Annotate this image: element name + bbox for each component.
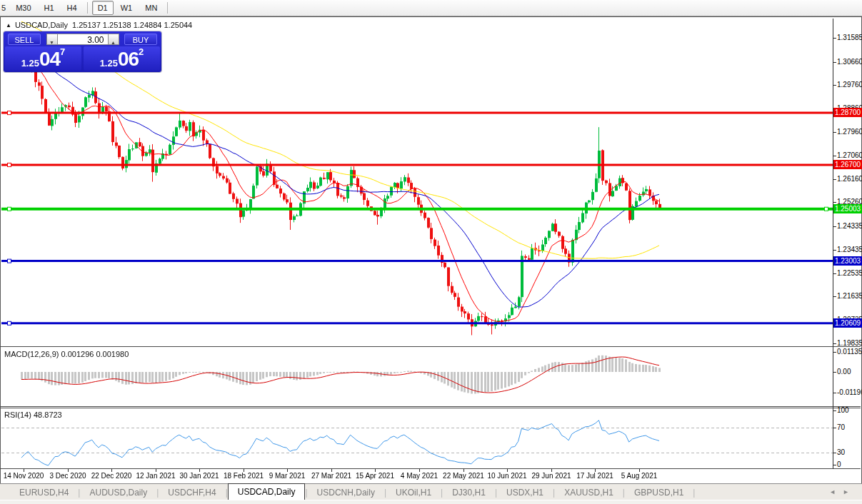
- time-tick-label: 3 Dec 2020: [43, 472, 93, 480]
- time-tick-label: 17 Jul 2021: [570, 472, 620, 480]
- time-tick-label: 27 Mar 2021: [306, 472, 356, 480]
- buy-price-prefix: 1.25: [100, 57, 118, 69]
- tab-ukoil-h1[interactable]: UKOil,H1: [386, 485, 441, 500]
- tab-usdchf-h4[interactable]: USDCHF,H4: [159, 485, 225, 500]
- chart-symbol-label: USDCAD,Daily: [15, 21, 68, 29]
- tab-scroll-left-icon[interactable]: ◄: [829, 488, 843, 495]
- price-tick-mark: [833, 132, 836, 133]
- macd-panel-separator[interactable]: [0, 346, 861, 347]
- macd-tick-label: -0.01190: [837, 388, 862, 396]
- price-tick-mark: [833, 85, 836, 86]
- tab-gbpusd-h1[interactable]: GBPUSD,H1: [625, 485, 693, 500]
- volume-increase-button[interactable]: ▲: [108, 34, 119, 45]
- one-click-trading-panel: SELL ▼ 3.00 ▲ BUY 1.25047 1.25062: [4, 31, 161, 72]
- price-tick-mark: [833, 250, 836, 251]
- rsi-tick-mark: [833, 453, 836, 453]
- time-tick-label: 9 Mar 2021: [262, 472, 312, 480]
- tab-dj30-h1[interactable]: DJ30,H1: [443, 485, 495, 500]
- price-axis-line[interactable]: [833, 19, 833, 469]
- rsi-indicator-label: RSI(14) 48.8723: [4, 410, 62, 419]
- price-tick-mark: [833, 226, 836, 227]
- time-tick-label: 30 Jan 2021: [174, 472, 224, 480]
- rsi-tick-mark: [833, 428, 836, 428]
- rsi-value: 48.8723: [34, 410, 62, 419]
- time-tick-label: 22 Dec 2020: [86, 472, 136, 480]
- tab-audusd-daily[interactable]: AUDUSD,Daily: [80, 485, 156, 500]
- time-tick-label: 5 Aug 2021: [614, 472, 664, 480]
- rsi-indicator-chart[interactable]: [1, 408, 833, 468]
- price-tick-mark: [833, 62, 836, 63]
- tab-usdx-h1[interactable]: USDX,H1: [497, 485, 553, 500]
- tab-bar-items: EURUSD,H4|AUDUSD,Daily|USDCHF,H4|USDCAD,…: [10, 484, 695, 500]
- hline-price-label: 1.26700: [833, 160, 862, 169]
- chart-title-bar: ▲USDCAD,Daily 1.25137 1.25138 1.24884 1.…: [6, 21, 192, 29]
- rsi-tick-label: 0: [837, 460, 841, 468]
- price-tick-label: 1.27060: [837, 151, 862, 159]
- tab-scroll-right-icon[interactable]: ►: [843, 488, 856, 495]
- volume-decrease-button[interactable]: ▼: [46, 34, 58, 45]
- time-tick-label: 18 Feb 2021: [219, 472, 269, 480]
- buy-price-pipette: 2: [139, 47, 144, 56]
- toolbar-separator: [87, 2, 88, 14]
- timeframe-button-w1[interactable]: W1: [115, 1, 139, 15]
- price-tick-mark: [833, 273, 836, 274]
- price-tick-label: 1.29760: [837, 81, 862, 89]
- timeframe-button-m30[interactable]: M30: [10, 1, 36, 15]
- rsi-tick-mark: [833, 465, 836, 465]
- price-tick-label: 1.23435: [837, 246, 862, 253]
- time-tick-label: 12 Jan 2021: [131, 472, 181, 480]
- macd-tick-label: 0.00: [837, 368, 851, 376]
- price-tick-label: 1.30660: [837, 58, 862, 66]
- sell-price-pipette: 7: [60, 47, 65, 56]
- price-tick-label: 1.31585: [837, 34, 862, 41]
- macd-indicator-label: MACD(12,26,9) 0.001296 0.001980: [4, 350, 129, 358]
- time-tick-label: 14 Nov 2020: [0, 472, 49, 480]
- time-tick-label: 22 May 2021: [438, 472, 488, 480]
- price-tick-mark: [833, 179, 836, 180]
- macd-tick-mark: [833, 352, 836, 353]
- price-tick-label: 1.27960: [837, 128, 862, 136]
- toolbar-separator: [167, 2, 168, 14]
- macd-values: 0.001296 0.001980: [61, 350, 129, 358]
- hline-price-label: 1.28700: [833, 108, 862, 117]
- rsi-panel-separator-top[interactable]: [0, 406, 861, 407]
- sell-button[interactable]: SELL: [8, 34, 41, 45]
- timeframe-button-d1[interactable]: D1: [92, 1, 114, 15]
- buy-price-display[interactable]: 1.25062: [84, 46, 160, 71]
- price-tick-mark: [833, 156, 836, 156]
- rsi-tick-label: 100: [837, 406, 849, 414]
- price-tick-label: 1.22535: [837, 269, 862, 277]
- timeframe-button-5[interactable]: 5: [0, 1, 9, 15]
- price-tick-mark: [833, 296, 836, 297]
- price-tick-label: 1.24335: [837, 222, 862, 230]
- price-tick-label: 1.21635: [837, 292, 862, 300]
- hline-price-label: 1.20609: [833, 318, 862, 328]
- rsi-tick-mark: [833, 410, 836, 411]
- volume-spinner: ▼ 3.00 ▲: [46, 34, 119, 45]
- tab-usdcad-daily[interactable]: USDCAD,Daily: [228, 483, 306, 501]
- rsi-tick-label: 30: [837, 448, 845, 456]
- rsi-panel-separator-bottom: [0, 408, 861, 408]
- buy-button[interactable]: BUY: [124, 34, 157, 45]
- price-tick-mark: [833, 38, 836, 39]
- macd-tick-label: 0.01135: [837, 348, 862, 356]
- collapse-panel-icon[interactable]: ▲: [6, 22, 11, 29]
- tab-xauusd-h1[interactable]: XAUUSD,H1: [555, 485, 623, 500]
- tab-eurusd-h4[interactable]: EURUSD,H4: [10, 485, 78, 500]
- timeframe-button-mn[interactable]: MN: [139, 1, 163, 15]
- volume-input[interactable]: 3.00: [58, 34, 108, 45]
- timeframe-toolbar: 5M30H1H4D1W1MN: [0, 0, 862, 16]
- chart-ohlc-values: 1.25137 1.25138 1.24884 1.25044: [72, 21, 192, 29]
- rsi-tick-label: 70: [837, 423, 845, 431]
- time-tick-label: 29 Jun 2021: [526, 472, 576, 480]
- sell-price-display[interactable]: 1.25047: [5, 46, 81, 71]
- status-strip: [0, 500, 862, 504]
- timeframe-button-h4[interactable]: H4: [61, 1, 83, 15]
- timeframe-button-h1[interactable]: H1: [39, 1, 60, 15]
- hline-price-label: 1.23003: [833, 256, 862, 266]
- time-tick-label: 15 Apr 2021: [350, 472, 400, 480]
- price-tick-label: 1.26160: [837, 175, 862, 183]
- mt4-application-window: { "toolbar": { "timeframes": [ {"label":…: [0, 0, 862, 504]
- tab-usdcnh-daily[interactable]: USDCNH,Daily: [308, 485, 384, 500]
- macd-tick-mark: [833, 372, 836, 373]
